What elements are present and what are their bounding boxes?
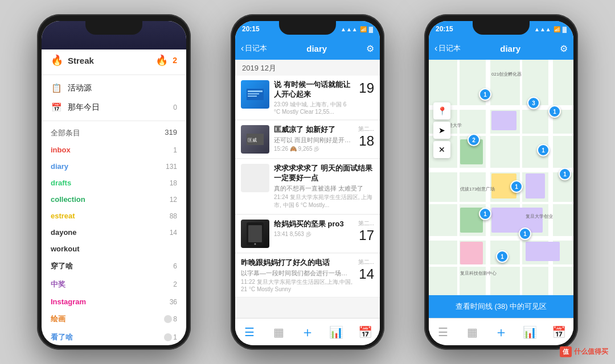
- entry-19[interactable]: 说 有时候一句话就能让人开心起来 23:09 城中城, 上海市, 中国 6 °C…: [235, 76, 380, 120]
- map-label-1: 021创业孵化器: [491, 71, 522, 77]
- inbox-item[interactable]: inbox 1: [42, 142, 186, 158]
- tab-grid[interactable]: ▦: [266, 320, 291, 345]
- thumb-phone: [241, 220, 269, 248]
- map-pin-10[interactable]: 1: [496, 250, 509, 263]
- history-icon: 📅: [51, 102, 62, 113]
- entry-14[interactable]: 昨晚跟妈妈打了好久的电话 以字幕—一段时间我们都会进行一场深刻的交流 也许是深刻…: [235, 254, 380, 297]
- phone3-nav-title: diary: [500, 44, 520, 53]
- watermark-icon: 值: [560, 346, 572, 357]
- map-pin-6[interactable]: 1: [559, 168, 571, 180]
- history-count: 0: [166, 104, 177, 111]
- diary-label: diary: [51, 162, 68, 171]
- phone3-notch: [473, 21, 530, 35]
- signal-icon: ▲▲▲: [341, 26, 358, 32]
- activity-item[interactable]: 📋 活动源: [42, 78, 186, 98]
- phone1-frame: 🔥 Streak 🔥 2 📋 活动源: [37, 14, 191, 350]
- activity-label: 活动源: [68, 83, 92, 93]
- estreat-item[interactable]: estreat 88: [42, 208, 186, 224]
- timeline-bar[interactable]: 查看时间线 (38) 中的可见区: [429, 295, 573, 318]
- map-pin-2[interactable]: 3: [527, 97, 540, 109]
- fire-icon: 🔥: [51, 54, 63, 67]
- map-pin-8[interactable]: 1: [479, 208, 491, 220]
- dayone-count: 14: [166, 229, 177, 237]
- entry-18a[interactable]: 匡威 匡威凉了 如新好了 还可以 而且时间刚好是开学 🙈 15:26 🙈 9,2…: [235, 121, 380, 159]
- battery-icon: ▓: [369, 26, 373, 32]
- streak-row[interactable]: 🔥 Streak 🔥 2: [42, 49, 186, 71]
- phone3-tab-grid[interactable]: ▦: [460, 320, 485, 345]
- huihua-item[interactable]: 绘画 8: [42, 310, 186, 328]
- collection-item[interactable]: collection 12: [42, 191, 186, 208]
- instagram-count: 36: [166, 298, 177, 306]
- block1: [491, 111, 516, 130]
- settings-icon[interactable]: ⚙: [366, 43, 374, 54]
- map-pin-7[interactable]: 1: [510, 180, 523, 193]
- history-item[interactable]: 📅 那年今日 0: [42, 98, 186, 117]
- entry-title-18a: 匡威凉了 如新好了: [274, 125, 354, 135]
- entry-meta-18b: 21:24 复旦大学东苑学生生活园区, 上海市, 中国 6 °C Mostly.…: [274, 193, 374, 209]
- entry-18b[interactable]: 求求求求求了 明天的面试结果一定要好一点 真的不想再一直被选择 太难受了 21:…: [235, 159, 380, 214]
- workout-item[interactable]: workout: [42, 241, 186, 257]
- collection-label: collection: [51, 195, 85, 204]
- map-pin-5[interactable]: 1: [537, 144, 550, 156]
- collection-count: 12: [166, 196, 177, 204]
- day-label-14: 第二...: [358, 258, 374, 266]
- wifi-icon: 📶: [360, 26, 367, 32]
- divider1: [42, 75, 186, 75]
- all-label: 全部条目: [51, 128, 80, 138]
- locate-button[interactable]: 📍: [433, 102, 450, 119]
- map-pin-4[interactable]: 2: [468, 134, 480, 146]
- tab-add[interactable]: ＋: [295, 320, 320, 345]
- entry-thumb-17: [241, 220, 269, 248]
- map-pin-3[interactable]: 1: [548, 105, 561, 118]
- entry-meta-19: 23:09 城中城, 上海市, 中国 6 °C Mostly Clear 12,…: [274, 101, 354, 115]
- phone3-tab-list[interactable]: ☰: [430, 320, 456, 345]
- phone2-screen: 20:15 ▲▲▲ 📶 ▓ ‹ 日记本 diary ⚙ 2019 12月: [235, 21, 380, 345]
- block7: [460, 242, 483, 264]
- entry-day-19: 19: [358, 80, 374, 96]
- drafts-count: 18: [166, 179, 177, 187]
- phone3-back[interactable]: ‹ 日记本: [434, 43, 461, 53]
- tab-calendar[interactable]: 📅: [353, 320, 378, 345]
- map-area[interactable]: 021创业孵化器 上海财经大学 优拔173创意广场 复旦科技创新中心 复旦大学创…: [429, 60, 573, 318]
- kanla-item[interactable]: 看了啥 1: [42, 328, 186, 345]
- phone3-tabbar: ☰ ▦ ＋ 📊 📅: [429, 318, 573, 345]
- month-header: 2019 12月: [235, 60, 380, 76]
- entry-title-14: 昨晚跟妈妈打了好久的电话: [241, 258, 354, 268]
- status-icons: ▲▲▲ 📶 ▓: [341, 26, 373, 32]
- tab-list[interactable]: ☰: [237, 320, 262, 345]
- entry-17[interactable]: 给妈妈买的坚果 pro3 13:41 8,563 步 第二... 17: [235, 215, 380, 253]
- streak-label: Streak: [68, 56, 94, 65]
- entry-thumb-18b: [241, 164, 269, 192]
- all-count: 319: [165, 128, 177, 138]
- map-pin-1[interactable]: 1: [479, 88, 491, 101]
- svg-rect-7: [248, 225, 262, 242]
- block3: [526, 173, 545, 198]
- huihua-count: 8: [164, 315, 177, 323]
- entry-thumb-19: [241, 80, 269, 109]
- back-button[interactable]: ‹ 日记本: [241, 43, 267, 53]
- svg-point-8: [255, 243, 256, 245]
- chuan-item[interactable]: 穿了啥 6: [42, 257, 186, 275]
- instagram-item[interactable]: Instagram 36: [42, 293, 186, 310]
- phone3-gear[interactable]: ⚙: [560, 43, 568, 54]
- tab-chart[interactable]: 📊: [324, 320, 349, 345]
- map-pin-9[interactable]: 1: [519, 228, 531, 240]
- svg-rect-1: [248, 90, 263, 92]
- entry-subtitle-14: 以字幕—一段时间我们都会进行一场深刻的交流 也许是深刻 也许是感情: [241, 269, 354, 277]
- phone3-tab-chart[interactable]: 📊: [518, 320, 543, 345]
- diary-count: 131: [166, 163, 177, 171]
- close-button[interactable]: ✕: [433, 141, 450, 158]
- history-label: 那年今日: [68, 102, 100, 113]
- sidebar: 🔥 Streak 🔥 2 📋 活动源: [42, 49, 186, 345]
- entry-body-19: 说 有时候一句话就能让人开心起来 23:09 城中城, 上海市, 中国 6 °C…: [274, 80, 354, 115]
- phone3-tab-add[interactable]: ＋: [489, 320, 514, 345]
- drafts-item[interactable]: drafts 18: [42, 175, 186, 191]
- entry-body-17: 给妈妈买的坚果 pro3 13:41 8,563 步: [274, 220, 354, 238]
- phone3-tab-calendar[interactable]: 📅: [547, 320, 572, 345]
- zhongjian-item[interactable]: 中奖 2: [42, 275, 186, 293]
- svg-rect-3: [248, 96, 257, 97]
- diary-item[interactable]: diary 131: [42, 158, 186, 175]
- watermark-text: 什么值得买: [574, 347, 608, 357]
- navigate-button[interactable]: ➤: [433, 122, 450, 139]
- dayone-item[interactable]: dayone 14: [42, 224, 186, 241]
